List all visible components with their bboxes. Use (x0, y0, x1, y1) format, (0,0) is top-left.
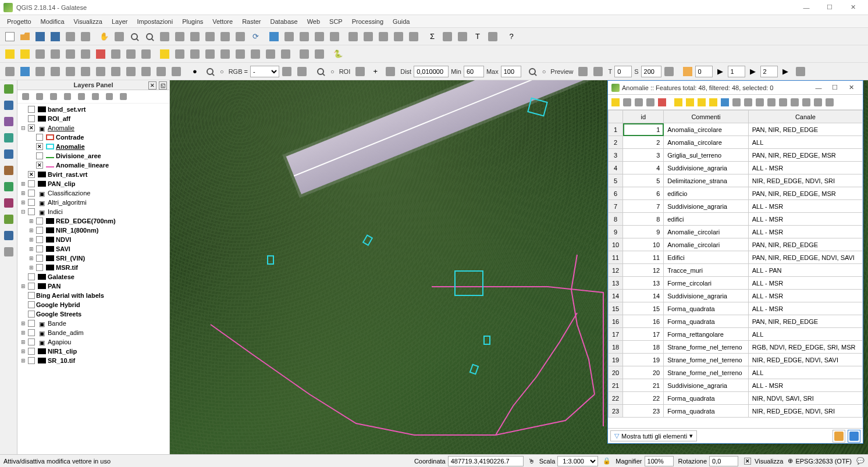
attr-rownum[interactable]: 1 (609, 123, 623, 136)
layer-row-8[interactable]: ⊞PAN_clip (20, 179, 167, 188)
attr-tb-edit-pencil[interactable] (610, 97, 621, 108)
attr-tb-invert[interactable] (696, 97, 707, 108)
attr-cell-canale[interactable]: PAN, NIR, RED_EDGE, NDVI, SAVI (748, 251, 862, 264)
map-canvas[interactable]: Anomalie :: Features total: 48, filtered… (170, 80, 868, 454)
attr-rownum[interactable]: 13 (609, 277, 623, 290)
attr-cell-id[interactable]: 2 (623, 136, 664, 149)
composer-manager[interactable] (79, 30, 93, 44)
layers-tb-filter[interactable] (34, 91, 45, 102)
attr-cell-id[interactable]: 19 (623, 354, 664, 366)
attr-tb-new-col[interactable] (789, 97, 800, 108)
layer-visibility-checkbox[interactable] (28, 292, 35, 299)
pan-selection[interactable] (112, 30, 126, 44)
scp-plot[interactable] (280, 65, 294, 79)
attr-cell-commenti[interactable]: Anomalia_circolare (664, 136, 748, 149)
attr-cell-id[interactable]: 6 (623, 187, 664, 200)
layer-row-27[interactable]: ⊞SR_10.tif (20, 356, 167, 365)
attr-cell-canale[interactable]: ALL - MSR (748, 162, 862, 174)
attr-maximize-button[interactable]: ☐ (827, 84, 843, 91)
attr-cell-commenti[interactable]: Forma_rettangolare (664, 328, 748, 341)
grid-final[interactable] (794, 65, 807, 79)
layer-row-24[interactable]: ⊞▣Bande_adim (20, 328, 167, 337)
attr-rownum[interactable]: 15 (609, 302, 623, 315)
layer-mem[interactable] (139, 65, 153, 79)
attr-row[interactable]: 1414Suddivisione_agrariaALL - MSR (609, 290, 863, 302)
attr-tb-reload[interactable] (634, 97, 644, 108)
messages-icon[interactable]: 💬 (856, 457, 865, 465)
grid1-input[interactable] (695, 66, 713, 77)
measure[interactable] (346, 30, 360, 44)
dist-input[interactable] (414, 66, 449, 77)
left-add-virtual-button[interactable] (2, 213, 15, 226)
attr-rownum[interactable]: 23 (609, 405, 623, 418)
expand-icon[interactable]: ⊞ (20, 190, 27, 196)
left-add-mem-button[interactable] (2, 229, 15, 242)
attr-cell-canale[interactable]: NIR, RED_EDGE, NDVI, SAVI (748, 354, 862, 366)
attr-row[interactable]: 44Suddivisione_agrariaALL - MSR (609, 162, 863, 174)
menu-database[interactable]: Database (266, 17, 303, 26)
csw[interactable] (297, 47, 311, 61)
attr-rownum[interactable]: 4 (609, 162, 623, 174)
menu-vettore[interactable]: Vettore (208, 17, 237, 26)
scale-select[interactable]: 1:3.000 (557, 456, 598, 466)
attr-cell-canale[interactable]: PAN, NIR, RED_EDGE (748, 315, 862, 328)
layer-row-13[interactable]: ⊞NIR_1(800nm) (20, 226, 167, 235)
expand-icon[interactable]: ⊞ (28, 255, 35, 261)
layer-visibility-checkbox[interactable] (36, 162, 43, 169)
attr-cell-canale[interactable]: NIR, RED_EDGE, NDVI, SRI (748, 405, 862, 418)
expand-icon[interactable]: ⊞ (20, 320, 27, 326)
layer-row-11[interactable]: ⊟▣Indici (20, 207, 167, 216)
layer-row-0[interactable]: band_set.vrt (20, 105, 167, 114)
menu-visualizza[interactable]: Visualizza (69, 17, 107, 26)
attr-col-3[interactable]: Canale (748, 110, 862, 123)
layer-visibility-checkbox[interactable] (28, 106, 35, 113)
attr-row[interactable]: 99Anomalie_circolariALL - MSR (609, 226, 863, 238)
preview-radio[interactable]: ○ (540, 68, 549, 75)
layer-up[interactable] (33, 65, 47, 79)
save-project-as[interactable] (48, 30, 62, 44)
layer-wms[interactable] (94, 65, 108, 79)
attr-row[interactable]: 33Griglia_sul_terrenoPAN, NIR, RED_EDGE,… (609, 149, 863, 162)
grid-next3[interactable]: ▶ (778, 65, 792, 79)
help-button[interactable]: ? (504, 30, 518, 44)
attr-cell-id[interactable]: 16 (623, 315, 664, 328)
left-add-mesh-button[interactable] (2, 115, 15, 128)
attr-rownum[interactable]: 11 (609, 251, 623, 264)
lock-icon[interactable]: 🔒 (603, 457, 611, 465)
layer-visibility-checkbox[interactable] (28, 180, 35, 187)
attr-row[interactable]: 1212Tracce_muriALL - PAN (609, 264, 863, 277)
attr-row[interactable]: 1313Forme_circolariALL - MSR (609, 277, 863, 290)
layer-row-3[interactable]: Contrade (20, 133, 167, 142)
layers-panel-undock-button[interactable]: ◱ (159, 81, 167, 90)
roi-zoom[interactable] (314, 65, 328, 79)
attr-cell-canale[interactable]: ALL - MSR (748, 226, 862, 238)
layer-row-21[interactable]: Google Hybrid (20, 300, 167, 309)
attr-minimize-button[interactable]: — (810, 84, 827, 91)
attr-row[interactable]: 1010Anomalie_circolariPAN, NIR, RED_EDGE (609, 238, 863, 251)
layer-row-6[interactable]: Anomalie_lineare (20, 161, 167, 170)
attr-cell-commenti[interactable]: Strane_forme_nel_terreno (664, 341, 748, 354)
attr-cell-id[interactable]: 17 (623, 328, 664, 341)
info[interactable] (282, 30, 296, 44)
layers-panel-close-button[interactable]: ✕ (148, 81, 156, 90)
menu-modifica[interactable]: Modifica (36, 17, 69, 26)
attr-row[interactable]: 1717Forma_rettangolareALL (609, 328, 863, 341)
attr-tb-cond-format[interactable] (824, 97, 835, 108)
attr-tb-save[interactable] (622, 97, 632, 108)
attr-cell-canale[interactable]: PAN, NIR, RED_EDGE, MSR (748, 187, 862, 200)
layer-virt[interactable] (154, 65, 168, 79)
layer-row-10[interactable]: ⊞▣Altri_algoritmi (20, 198, 167, 207)
left-add-wms-button[interactable] (2, 148, 15, 161)
abc-7[interactable] (279, 47, 293, 61)
zoom-out[interactable] (143, 30, 156, 44)
attr-cell-canale[interactable]: RGB, NDVI, RED_EDGE, SRI, MSR (748, 341, 862, 354)
grid3-input[interactable] (760, 66, 778, 77)
attr-tb-expr[interactable] (673, 97, 684, 108)
layer-row-26[interactable]: ⊞NIR1_clip (20, 347, 167, 356)
zoom-layer[interactable] (203, 30, 217, 44)
layer-visibility-checkbox[interactable] (36, 143, 43, 150)
layer-visibility-checkbox[interactable] (36, 264, 43, 271)
attr-rownum[interactable]: 20 (609, 366, 623, 379)
layer-visibility-checkbox[interactable] (28, 338, 35, 345)
layer-db[interactable] (79, 65, 93, 79)
